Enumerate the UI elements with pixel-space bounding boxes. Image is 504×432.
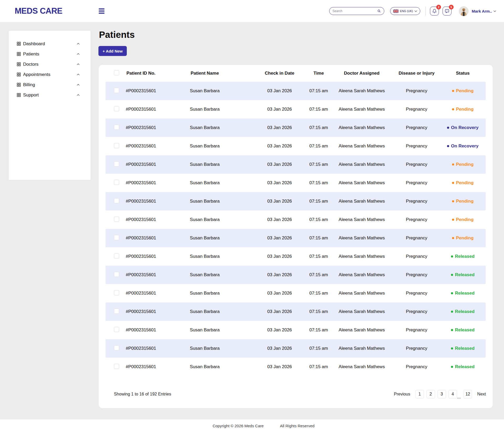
grid-icon: [17, 83, 21, 87]
page-button-1[interactable]: 1: [416, 390, 424, 398]
status-dot-icon: [451, 255, 453, 258]
page-button-2[interactable]: 2: [427, 390, 435, 398]
status-badge: On Recovery: [440, 125, 486, 130]
checkin-date-cell: 03 Jan 2026: [252, 291, 307, 296]
page-button-last[interactable]: 12: [464, 390, 472, 398]
select-all-checkbox[interactable]: [114, 70, 119, 75]
row-checkbox[interactable]: [114, 364, 119, 369]
row-checkbox[interactable]: [114, 253, 119, 259]
table-row[interactable]: #P0002315601 Susan Barbara 03 Jan 2026 0…: [106, 82, 486, 100]
checkin-date-cell: 03 Jan 2026: [252, 143, 307, 149]
patient-name-cell: Susan Barbara: [158, 180, 252, 186]
sidebar-item-support[interactable]: Support: [9, 90, 91, 100]
row-checkbox[interactable]: [114, 180, 119, 185]
row-checkbox[interactable]: [114, 217, 119, 222]
status-badge: Released: [440, 309, 486, 314]
status-badge: Released: [440, 272, 486, 277]
disease-cell: Pregnancy: [393, 254, 440, 259]
add-new-button[interactable]: + Add New: [98, 46, 127, 56]
search-icon[interactable]: [377, 9, 381, 13]
doctor-cell: Aleena Sarah Mathews: [330, 143, 393, 149]
row-checkbox[interactable]: [114, 345, 119, 351]
table-row[interactable]: #P0002315601 Susan Barbara 03 Jan 2026 0…: [106, 100, 486, 119]
table-row[interactable]: #P0002315601 Susan Barbara 03 Jan 2026 0…: [106, 210, 486, 229]
page-button-3[interactable]: 3: [438, 390, 446, 398]
sidebar-item-dashboard[interactable]: Dashboard: [9, 39, 91, 49]
sidebar-item-doctors[interactable]: Doctors: [9, 59, 91, 69]
notifications-badge: 2: [436, 5, 441, 9]
status-badge: Pending: [440, 107, 486, 112]
patient-name-cell: Susan Barbara: [158, 272, 252, 277]
messages-badge: 5: [449, 5, 454, 9]
chevron-up-icon: [77, 94, 80, 96]
top-bar: MEDS CARE ENG (UK): [0, 0, 504, 22]
table-row[interactable]: #P0002315601 Susan Barbara 03 Jan 2026 0…: [106, 137, 486, 155]
time-cell: 07:15 am: [307, 291, 330, 296]
sidebar-item-appointments[interactable]: Appointments: [9, 69, 91, 80]
user-menu[interactable]: Mark Arm..: [459, 6, 496, 16]
column-header-patient-id: Patient ID No.: [124, 71, 158, 76]
status-dot-icon: [452, 237, 454, 239]
table-row[interactable]: #P0002315601 Susan Barbara 03 Jan 2026 0…: [106, 192, 486, 210]
patient-id-cell: #P0002315601: [124, 235, 158, 241]
chevron-up-icon: [77, 53, 80, 55]
doctor-cell: Aleena Sarah Mathews: [330, 327, 393, 333]
row-checkbox[interactable]: [114, 235, 119, 240]
patient-id-cell: #P0002315601: [124, 327, 158, 333]
table-row[interactable]: #P0002315601 Susan Barbara 03 Jan 2026 0…: [106, 229, 486, 247]
search-input[interactable]: [333, 9, 377, 13]
status-badge: Released: [440, 346, 486, 351]
patient-id-cell: #P0002315601: [124, 309, 158, 314]
table-header-row: Patient ID No. Patient Name Check in Dat…: [106, 65, 486, 82]
language-selector[interactable]: ENG (UK): [390, 7, 421, 15]
table-row[interactable]: #P0002315601 Susan Barbara 03 Jan 2026 0…: [106, 321, 486, 339]
table-row[interactable]: #P0002315601 Susan Barbara 03 Jan 2026 0…: [106, 302, 486, 321]
checkin-date-cell: 03 Jan 2026: [252, 162, 307, 167]
row-checkbox[interactable]: [114, 106, 119, 111]
table-row[interactable]: #P0002315601 Susan Barbara 03 Jan 2026 0…: [106, 358, 486, 376]
chat-icon: [445, 9, 449, 13]
sidebar-item-patients[interactable]: Patients: [9, 49, 91, 59]
row-checkbox[interactable]: [114, 143, 119, 148]
status-badge: Released: [440, 291, 486, 296]
app-logo: MEDS CARE: [15, 6, 62, 16]
page-button-4[interactable]: 4: [449, 390, 457, 398]
row-checkbox[interactable]: [114, 88, 119, 93]
chevron-up-icon: [77, 84, 80, 86]
hamburger-menu-icon[interactable]: [99, 8, 105, 14]
column-header-checkin-date: Check in Date: [252, 71, 307, 76]
table-row[interactable]: #P0002315601 Susan Barbara 03 Jan 2026 0…: [106, 266, 486, 284]
messages-button[interactable]: 5: [443, 7, 452, 16]
row-checkbox[interactable]: [114, 272, 119, 277]
row-checkbox[interactable]: [114, 198, 119, 203]
next-page-button[interactable]: Next: [477, 392, 486, 397]
previous-page-button[interactable]: Previous: [394, 392, 410, 397]
table-row[interactable]: #P0002315601 Susan Barbara 03 Jan 2026 0…: [106, 174, 486, 192]
row-checkbox[interactable]: [114, 161, 119, 167]
status-dot-icon: [452, 163, 454, 166]
time-cell: 07:15 am: [307, 107, 330, 112]
time-cell: 07:15 am: [307, 88, 330, 94]
column-header-doctor: Doctor Assigned: [330, 71, 393, 76]
table-row[interactable]: #P0002315601 Susan Barbara 03 Jan 2026 0…: [106, 339, 486, 358]
patient-id-cell: #P0002315601: [124, 364, 158, 369]
row-checkbox[interactable]: [114, 290, 119, 295]
row-checkbox[interactable]: [114, 125, 119, 130]
table-row[interactable]: #P0002315601 Susan Barbara 03 Jan 2026 0…: [106, 119, 486, 137]
table-row[interactable]: #P0002315601 Susan Barbara 03 Jan 2026 0…: [106, 155, 486, 174]
row-checkbox[interactable]: [114, 308, 119, 314]
checkin-date-cell: 03 Jan 2026: [252, 235, 307, 241]
disease-cell: Pregnancy: [393, 272, 440, 277]
checkin-date-cell: 03 Jan 2026: [252, 272, 307, 277]
table-row[interactable]: #P0002315601 Susan Barbara 03 Jan 2026 0…: [106, 247, 486, 266]
language-label: ENG (UK): [400, 9, 413, 13]
pagination-bar: Showing 1 to 16 of 192 Entries Previous …: [106, 390, 486, 399]
notifications-button[interactable]: 2: [430, 7, 439, 16]
time-cell: 07:15 am: [307, 235, 330, 241]
row-checkbox[interactable]: [114, 327, 119, 332]
avatar: [459, 6, 469, 16]
table-row[interactable]: #P0002315601 Susan Barbara 03 Jan 2026 0…: [106, 284, 486, 302]
disease-cell: Pregnancy: [393, 327, 440, 333]
sidebar-item-billing[interactable]: Billing: [9, 80, 91, 90]
disease-cell: Pregnancy: [393, 107, 440, 112]
